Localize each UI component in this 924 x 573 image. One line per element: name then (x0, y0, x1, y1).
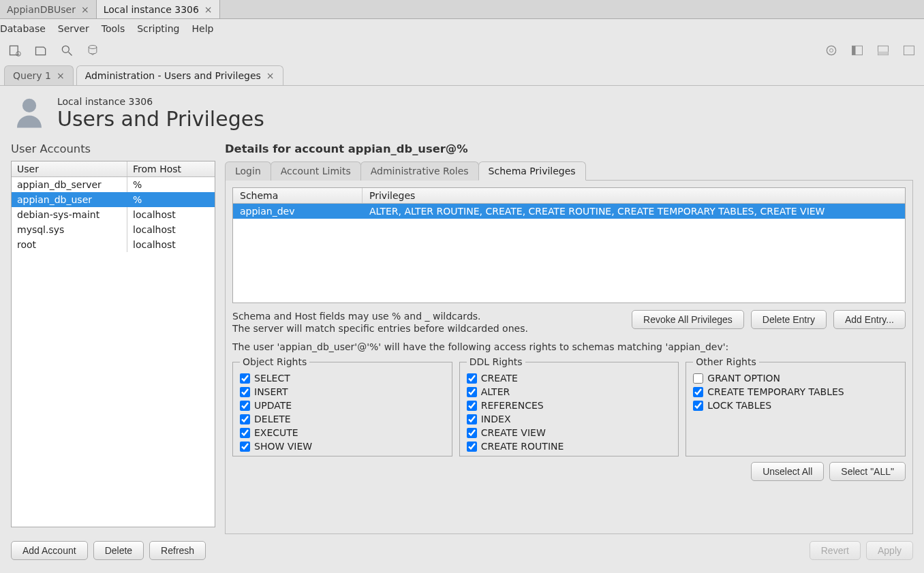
apply-button[interactable]: Apply (866, 541, 913, 560)
delete-entry-button[interactable]: Delete Entry (751, 310, 827, 329)
doc-tab-admin[interactable]: Administration - Users and Privileges × (76, 65, 283, 85)
panel-toggle-left-icon[interactable] (849, 42, 865, 59)
right-item[interactable]: CREATE VIEW (467, 426, 672, 439)
svg-point-3 (62, 46, 69, 52)
right-label: REFERENCES (481, 400, 544, 411)
cell-host: % (127, 192, 215, 207)
menu-item[interactable]: Help (192, 23, 214, 34)
right-label: CREATE TEMPORARY TABLES (707, 386, 844, 397)
menu-item[interactable]: Database (0, 23, 46, 34)
right-checkbox[interactable] (240, 387, 250, 397)
right-item[interactable]: REFERENCES (467, 399, 672, 412)
cell-user: debian-sys-maint (12, 207, 127, 222)
other-rights-legend: Other Rights (693, 356, 758, 367)
menubar: Database Server Tools Scripting Help (0, 19, 924, 38)
menu-item[interactable]: Server (58, 23, 89, 34)
delete-account-button[interactable]: Delete (93, 541, 144, 560)
refresh-button[interactable]: Refresh (149, 541, 206, 560)
right-checkbox[interactable] (240, 414, 250, 424)
open-sql-icon[interactable] (33, 42, 49, 59)
table-row[interactable]: appian_devALTER, ALTER ROUTINE, CREATE, … (233, 204, 905, 219)
tab-admin-roles[interactable]: Administrative Roles (360, 161, 479, 181)
right-checkbox[interactable] (693, 373, 703, 384)
right-checkbox[interactable] (467, 414, 477, 424)
right-checkbox[interactable] (467, 401, 477, 411)
right-item[interactable]: INDEX (467, 412, 672, 426)
user-accounts-pane: User Accounts User From Host appian_db_s… (11, 142, 215, 560)
data-import-icon[interactable] (84, 42, 101, 59)
right-item[interactable]: CREATE (467, 371, 672, 385)
table-row[interactable]: appian_db_user% (12, 192, 215, 207)
right-checkbox[interactable] (240, 428, 250, 438)
table-row[interactable]: rootlocalhost (12, 237, 215, 252)
settings-icon[interactable] (823, 42, 840, 59)
right-item[interactable]: ALTER (467, 385, 672, 399)
toolbar: + (0, 38, 924, 65)
right-item[interactable]: CREATE TEMPORARY TABLES (693, 385, 898, 399)
close-icon[interactable]: × (266, 70, 275, 81)
table-row[interactable]: mysql.syslocalhost (12, 222, 215, 237)
close-icon[interactable]: × (81, 4, 89, 15)
revoke-all-button[interactable]: Revoke All Privileges (632, 310, 744, 329)
add-entry-button[interactable]: Add Entry... (833, 310, 906, 329)
connection-tab[interactable]: Local instance 3306 × (97, 0, 220, 18)
right-label: CREATE VIEW (481, 427, 546, 438)
right-item[interactable]: SHOW VIEW (240, 439, 445, 453)
new-sql-tab-icon[interactable]: + (7, 42, 23, 59)
page-subtitle: Local instance 3306 (57, 96, 264, 107)
right-checkbox[interactable] (693, 401, 703, 411)
add-account-button[interactable]: Add Account (11, 541, 88, 560)
panel-toggle-right-icon[interactable] (901, 42, 917, 59)
svg-point-7 (830, 49, 833, 52)
tab-account-limits[interactable]: Account Limits (271, 161, 361, 181)
right-item[interactable]: CREATE ROUTINE (467, 439, 672, 453)
right-item[interactable]: UPDATE (240, 399, 445, 412)
cell-privileges: ALTER, ALTER ROUTINE, CREATE, CREATE ROU… (363, 204, 905, 219)
right-checkbox[interactable] (240, 401, 250, 411)
right-checkbox[interactable] (467, 442, 477, 452)
right-item[interactable]: DELETE (240, 412, 445, 426)
panel-toggle-bottom-icon[interactable] (875, 42, 891, 59)
right-checkbox[interactable] (467, 373, 477, 384)
right-item[interactable]: INSERT (240, 385, 445, 399)
close-icon[interactable]: × (204, 4, 213, 15)
right-checkbox[interactable] (467, 428, 477, 438)
col-header-user[interactable]: User (12, 161, 127, 176)
tab-login[interactable]: Login (225, 161, 271, 181)
svg-point-6 (827, 46, 835, 55)
schema-table: Schema Privileges appian_devALTER, ALTER… (232, 187, 906, 303)
close-icon[interactable]: × (57, 70, 65, 81)
menu-item[interactable]: Scripting (137, 23, 179, 34)
right-item[interactable]: SELECT (240, 371, 445, 385)
col-header-privileges[interactable]: Privileges (363, 188, 905, 203)
revert-button[interactable]: Revert (810, 541, 861, 560)
right-item[interactable]: GRANT OPTION (693, 371, 898, 385)
unselect-all-button[interactable]: Unselect All (751, 462, 824, 481)
right-item[interactable]: EXECUTE (240, 426, 445, 439)
doc-tab-label: Administration - Users and Privileges (85, 70, 261, 81)
right-checkbox[interactable] (693, 387, 703, 397)
right-item[interactable]: LOCK TABLES (693, 399, 898, 412)
table-row[interactable]: appian_db_server% (12, 177, 215, 192)
document-panel: Local instance 3306 Users and Privileges… (0, 85, 924, 566)
user-accounts-heading: User Accounts (11, 142, 215, 155)
object-rights-legend: Object Rights (240, 356, 309, 367)
menu-item[interactable]: Tools (102, 23, 125, 34)
right-label: ALTER (481, 386, 510, 397)
select-all-button[interactable]: Select "ALL" (829, 462, 906, 481)
table-row[interactable]: debian-sys-maintlocalhost (12, 207, 215, 222)
schema-privileges-panel: Schema Privileges appian_devALTER, ALTER… (225, 180, 913, 534)
right-checkbox[interactable] (240, 373, 250, 384)
connection-tab[interactable]: AppianDBUser × (0, 0, 97, 18)
right-checkbox[interactable] (467, 387, 477, 397)
right-label: LOCK TABLES (707, 400, 771, 411)
inspector-icon[interactable] (59, 42, 75, 59)
right-label: INDEX (481, 414, 511, 424)
tab-schema-privileges[interactable]: Schema Privileges (478, 161, 586, 181)
doc-tab-query[interactable]: Query 1 × (4, 65, 74, 85)
right-checkbox[interactable] (240, 442, 250, 452)
ddl-rights-group: DDL Rights CREATEALTERREFERENCESINDEXCRE… (459, 356, 679, 456)
col-header-schema[interactable]: Schema (233, 188, 363, 203)
col-header-host[interactable]: From Host (127, 161, 215, 176)
document-tabs: Query 1 × Administration - Users and Pri… (0, 65, 924, 85)
